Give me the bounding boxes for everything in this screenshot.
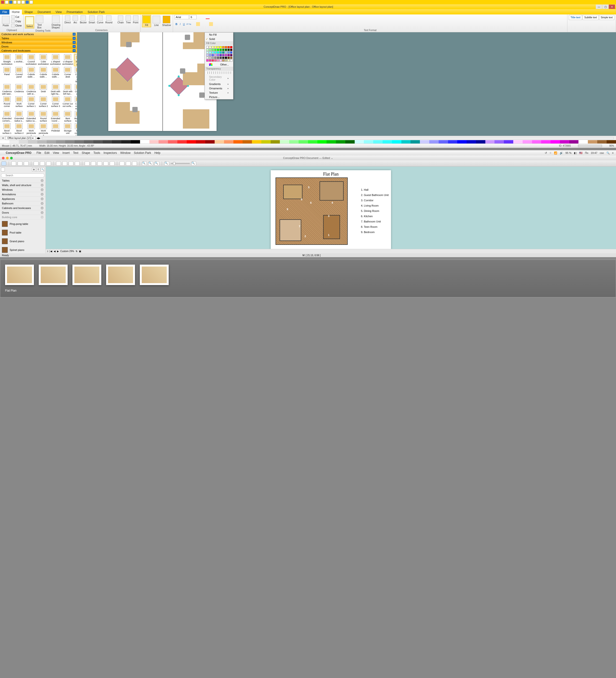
grow-font-icon[interactable]: [197, 15, 201, 19]
mac-category[interactable]: Windows×: [0, 188, 45, 192]
thumbnail[interactable]: [39, 265, 68, 285]
tool-button[interactable]: [62, 161, 67, 166]
color-swatch[interactable]: [211, 54, 214, 57]
shadow-button[interactable]: Shadow: [162, 15, 171, 27]
color-swatch[interactable]: [206, 59, 209, 62]
color-swatch[interactable]: [211, 51, 214, 54]
color-swatch[interactable]: [214, 46, 216, 48]
qat-save2-icon[interactable]: [26, 0, 29, 4]
color-swatch[interactable]: [219, 59, 222, 62]
tab-file[interactable]: File: [0, 10, 9, 14]
line-tool-button[interactable]: [104, 161, 108, 166]
search-input[interactable]: [1, 173, 44, 178]
shape-item[interactable]: Round corner: [1, 96, 13, 110]
menu-solution park[interactable]: Solution Park: [134, 151, 151, 155]
zoom-in-icon[interactable]: 🔍: [191, 161, 196, 166]
zoom-out-icon[interactable]: 🔍: [164, 161, 169, 166]
color-swatch[interactable]: [214, 57, 216, 59]
shape-item[interactable]: Cubicle walls ...: [25, 67, 37, 83]
color-swatch[interactable]: [206, 49, 209, 51]
flag-icon[interactable]: 🇺🇸: [579, 151, 582, 155]
mac-category[interactable]: Walls, shell and structure×: [0, 183, 45, 188]
shape-item[interactable]: Desk: [38, 83, 49, 96]
panel-toggle-icon[interactable]: [1, 167, 5, 172]
mac-category[interactable]: Annotations×: [0, 192, 45, 197]
color-swatch[interactable]: [222, 51, 224, 54]
close-icon[interactable]: ×: [41, 216, 44, 219]
tab-solution-park[interactable]: Solution Park: [85, 10, 107, 14]
font-size-select[interactable]: 6: [190, 15, 197, 19]
grid-view-button[interactable]: ⊞: [32, 167, 36, 172]
mac-canvas[interactable]: Flat Plan 5 8 6 4 9 3 7 2 1 1: [46, 166, 616, 253]
panel-category[interactable]: Windows×: [0, 40, 77, 44]
thumbnail[interactable]: [106, 265, 135, 285]
tool-button[interactable]: [56, 161, 61, 166]
line-tool-button[interactable]: [97, 161, 102, 166]
tree-button[interactable]: Tree: [125, 15, 131, 24]
mac-shape-item[interactable]: Grand piano: [0, 237, 45, 246]
shape-item[interactable]: Credenza with st...: [25, 83, 37, 96]
color-swatch[interactable]: [228, 57, 230, 59]
shape-item[interactable]: Corner desk: [62, 67, 74, 83]
shape-item[interactable]: Corner cut out surfa...: [74, 96, 77, 110]
floorplan-drawing[interactable]: 5 8 6 4 9 3 7 2 1: [276, 178, 348, 245]
qat-open-icon[interactable]: [5, 0, 8, 4]
tab-home[interactable]: Home: [9, 10, 22, 14]
canvas-page[interactable]: [108, 32, 216, 131]
shape-item[interactable]: Corner surface 2: [38, 96, 49, 110]
thumbnail[interactable]: [140, 265, 169, 285]
fill-button[interactable]: Fill: [142, 15, 151, 27]
zoom-slider[interactable]: [578, 145, 602, 147]
minimize-button[interactable]: —: [596, 5, 602, 9]
menu-window[interactable]: Window: [120, 151, 131, 155]
menu-gradients[interactable]: Gradients▸: [205, 82, 233, 86]
color-swatch[interactable]: [217, 49, 219, 51]
menu-text[interactable]: Text: [73, 151, 78, 155]
font-color-icon[interactable]: [206, 15, 210, 19]
qat-new-icon[interactable]: [1, 0, 4, 4]
color-swatch[interactable]: [214, 49, 216, 51]
color-swatch[interactable]: [217, 46, 219, 48]
mac-page[interactable]: Flat Plan 5 8 6 4 9 3 7 2 1 1: [271, 170, 391, 250]
first-page-button[interactable]: |◀: [49, 250, 52, 253]
shape-item[interactable]: Work peninsula 2: [38, 123, 49, 136]
tab-view[interactable]: View: [53, 10, 64, 14]
volume-icon[interactable]: 🔊: [560, 151, 563, 155]
color-swatch[interactable]: [225, 51, 227, 54]
tool-icon[interactable]: [46, 24, 49, 28]
mac-category[interactable]: Bathroom×: [0, 201, 45, 206]
shape-item[interactable]: Cubicle walls ...: [38, 67, 49, 83]
wifi-icon[interactable]: 📶: [554, 151, 557, 155]
cursor-tool-button[interactable]: [1, 161, 6, 166]
shape-item[interactable]: Bevel surface 2: [13, 123, 25, 136]
shape-item[interactable]: Work peninsula 1: [25, 123, 37, 136]
color-swatch[interactable]: [228, 54, 230, 57]
close-icon[interactable]: ×: [41, 188, 44, 191]
color-swatch[interactable]: [228, 46, 230, 48]
simple-text-button[interactable]: Simple text: [599, 15, 614, 20]
panel-splitter[interactable]: ⦀: [47, 250, 48, 253]
color-swatch[interactable]: [206, 57, 209, 59]
shape-item[interactable]: Credenza with later..: [1, 83, 13, 96]
zoom-in-button[interactable]: 🔍: [142, 161, 147, 166]
shape-item[interactable]: Cubicle walls ...: [49, 67, 61, 83]
color-swatch[interactable]: [211, 46, 214, 48]
line-tool-button[interactable]: [110, 161, 115, 166]
color-swatch[interactable]: [209, 49, 211, 51]
bold-button[interactable]: B: [174, 23, 178, 26]
shape-item[interactable]: Bent surface: [62, 111, 74, 122]
copy-button[interactable]: Copy: [11, 19, 22, 23]
text-dir-icon[interactable]: [218, 22, 221, 26]
next-page-button[interactable]: ▶: [39, 137, 40, 140]
connector2-tool-button[interactable]: [40, 161, 45, 166]
shape-item[interactable]: Bevel surface 1: [1, 123, 13, 136]
crop-tool-button[interactable]: [132, 161, 137, 166]
user-label[interactable]: cso: [600, 151, 604, 154]
color-swatch[interactable]: [211, 49, 214, 51]
spotlight-icon[interactable]: 🔍: [606, 151, 610, 155]
timemachine-icon[interactable]: ↺: [545, 151, 547, 155]
color-swatch[interactable]: [219, 51, 222, 54]
point-button[interactable]: Point: [132, 15, 139, 24]
color-swatch[interactable]: [209, 54, 211, 57]
close-icon[interactable]: ×: [73, 33, 76, 36]
